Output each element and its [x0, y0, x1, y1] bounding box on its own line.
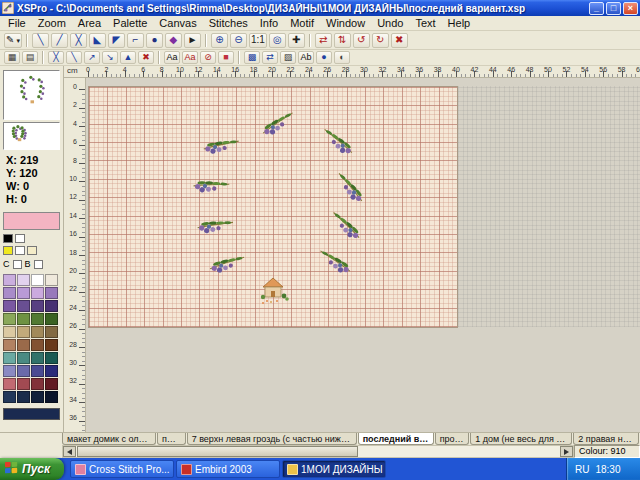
palette-swatch[interactable] [45, 287, 58, 299]
design-tab-6[interactable]: 2 правая ниж гр... [573, 433, 639, 445]
olive-branch-motif[interactable] [206, 248, 247, 279]
toggle-box-c[interactable] [13, 260, 22, 269]
design-tab-3[interactable]: последний вариант [358, 433, 434, 445]
pan-tool-button[interactable]: ✚ [288, 33, 305, 48]
palette-swatch[interactable] [3, 287, 16, 299]
pencil-tool-button[interactable]: ✎▾ [4, 33, 22, 48]
menu-window[interactable]: Window [320, 16, 371, 30]
quarter-stitch-button[interactable]: ◤ [108, 33, 125, 48]
design-tab-0[interactable]: макет домик с оливочками [62, 433, 156, 445]
no-colour-button[interactable]: ⊘ [200, 51, 216, 64]
palette-swatch[interactable] [31, 313, 44, 325]
pattern-preview[interactable] [3, 70, 60, 120]
olive-branch-motif[interactable] [188, 166, 233, 205]
grid-toggle-button[interactable]: ▦ [4, 51, 20, 64]
palette-swatch[interactable] [45, 274, 58, 286]
palette-swatch[interactable] [3, 313, 16, 325]
background-colour-swatch[interactable] [3, 408, 60, 420]
palette-swatch[interactable] [31, 339, 44, 351]
mirror-vertical-button[interactable]: ⇅ [334, 33, 351, 48]
scroll-right-arrow[interactable] [560, 446, 573, 457]
olive-branch-motif[interactable] [199, 129, 242, 163]
menu-text[interactable]: Text [409, 16, 441, 30]
taskbar-task[interactable]: 1МОИ ДИЗАЙНЫ [282, 460, 386, 478]
french-knot-button[interactable]: ● [146, 33, 163, 48]
half-stitch-backward-button[interactable]: ╲ [32, 33, 49, 48]
scroll-left-arrow[interactable] [63, 446, 76, 457]
motif-down-button[interactable]: ↘ [102, 51, 118, 64]
palette-swatch[interactable] [17, 300, 30, 312]
palette-swatch[interactable] [45, 300, 58, 312]
menu-file[interactable]: File [2, 16, 32, 30]
mini-colour-swatch[interactable] [27, 246, 37, 255]
cross-erase-button[interactable]: ✖ [138, 51, 154, 64]
taskbar-task[interactable]: Cross Stitch Pro... [70, 460, 174, 478]
palette-swatch[interactable] [17, 313, 30, 325]
olive-branch-motif[interactable] [324, 208, 368, 244]
font-large-button[interactable]: Aa [164, 51, 180, 64]
horizontal-scrollbar[interactable] [62, 445, 574, 458]
olive-branch-motif[interactable] [257, 108, 298, 139]
palette-swatch[interactable] [45, 339, 58, 351]
olive-branch-motif[interactable] [314, 246, 355, 277]
menu-motif[interactable]: Motif [284, 16, 320, 30]
rotate-right-button[interactable]: ↻ [372, 33, 389, 48]
palette-swatch[interactable] [17, 365, 30, 377]
taskbar-task[interactable]: Embird 2003 [176, 460, 280, 478]
palette-swatch[interactable] [3, 300, 16, 312]
motif-up-button[interactable]: ↗ [84, 51, 100, 64]
palette-swatch[interactable] [45, 313, 58, 325]
language-indicator[interactable]: RU [575, 464, 589, 475]
menu-canvas[interactable]: Canvas [153, 16, 202, 30]
navigation-preview[interactable] [3, 122, 60, 150]
half-stitch-forward-button[interactable]: ╱ [51, 33, 68, 48]
stitch-view-button[interactable]: ╳ [48, 51, 64, 64]
grid-lines-button[interactable]: ▤ [22, 51, 38, 64]
palette-swatch[interactable] [31, 352, 44, 364]
swap-colours-button[interactable]: ⇄ [262, 51, 278, 64]
palette-swatch[interactable] [17, 287, 30, 299]
menu-stitches[interactable]: Stitches [203, 16, 254, 30]
menu-undo[interactable]: Undo [371, 16, 409, 30]
palette-swatch[interactable] [3, 378, 16, 390]
palette-swatch[interactable] [3, 274, 16, 286]
three-quarter-stitch-button[interactable]: ◣ [89, 33, 106, 48]
system-tray[interactable]: RU 18:30 [566, 458, 640, 480]
design-tab-1[interactable]: проба [157, 433, 186, 445]
olive-branch-motif[interactable] [316, 125, 359, 159]
design-canvas[interactable] [88, 86, 458, 328]
bead-tool-button[interactable]: ◆ [165, 33, 182, 48]
palette-swatch[interactable] [3, 339, 16, 351]
half-view-button[interactable]: ╲ [66, 51, 82, 64]
full-stitch-button[interactable]: ╳ [70, 33, 87, 48]
mini-colour-swatch[interactable] [15, 246, 25, 255]
palette-swatch[interactable] [17, 339, 30, 351]
dot-blue-button[interactable]: ● [316, 51, 332, 64]
palette-swatch[interactable] [45, 352, 58, 364]
palette-swatch[interactable] [45, 391, 58, 403]
zoom-fit-button[interactable]: ◎ [269, 33, 286, 48]
palette-swatch[interactable] [31, 391, 44, 403]
mini-colour-swatch[interactable] [3, 246, 13, 255]
backstitch-button[interactable]: ⌐ [127, 33, 144, 48]
design-tab-2[interactable]: 7 верхн левая гроздь (с частью ниж ветки… [187, 433, 357, 445]
menu-info[interactable]: Info [254, 16, 284, 30]
olive-branch-motif[interactable] [327, 168, 372, 207]
design-tab-4[interactable]: проба 2 [435, 433, 469, 445]
palette-swatch[interactable] [31, 326, 44, 338]
palette-swatch[interactable] [3, 352, 16, 364]
palette-swatch[interactable] [17, 352, 30, 364]
palette-swatch[interactable] [45, 326, 58, 338]
select-tool-button[interactable]: ► [184, 33, 201, 48]
maximize-button[interactable]: □ [606, 2, 621, 15]
menu-zoom[interactable]: Zoom [32, 16, 72, 30]
half-tone-button[interactable]: ◐ [334, 51, 350, 64]
palette-swatch[interactable] [3, 365, 16, 377]
palette-swatch[interactable] [31, 365, 44, 377]
close-button[interactable]: × [623, 2, 638, 15]
house-motif[interactable] [257, 275, 291, 305]
scrollbar-thumb[interactable] [77, 446, 358, 457]
palette-swatch[interactable] [45, 365, 58, 377]
menu-area[interactable]: Area [72, 16, 107, 30]
zoom-in-button[interactable]: ⊕ [211, 33, 228, 48]
